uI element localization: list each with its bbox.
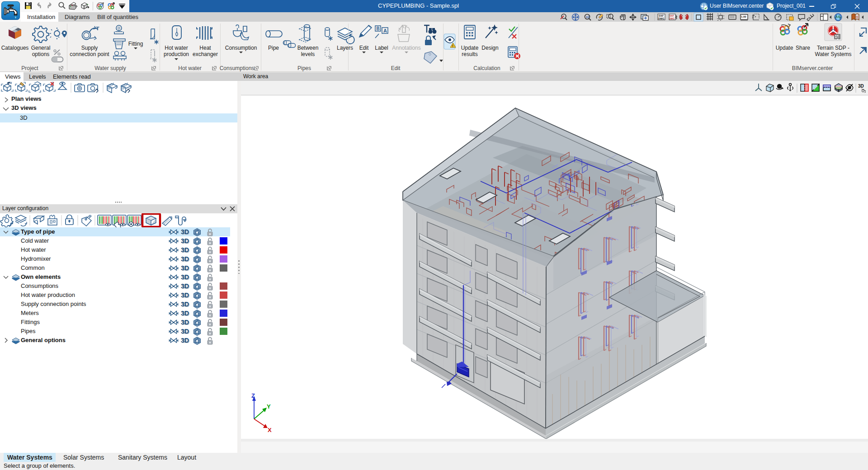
svg-text:DWG: DWG bbox=[669, 17, 675, 20]
svg-text:A: A bbox=[383, 28, 387, 33]
svg-text:1.00: 1.00 bbox=[741, 15, 746, 18]
svg-text:X: X bbox=[268, 427, 272, 433]
svg-text:DWG: DWG bbox=[658, 17, 664, 20]
svg-text:3D: 3D bbox=[858, 84, 864, 89]
svg-text:Y: Y bbox=[267, 403, 271, 410]
svg-text:B: B bbox=[377, 26, 380, 31]
svg-text:x2: x2 bbox=[586, 15, 590, 19]
svg-text:?: ? bbox=[856, 15, 858, 19]
svg-text:Z: Z bbox=[251, 392, 255, 399]
